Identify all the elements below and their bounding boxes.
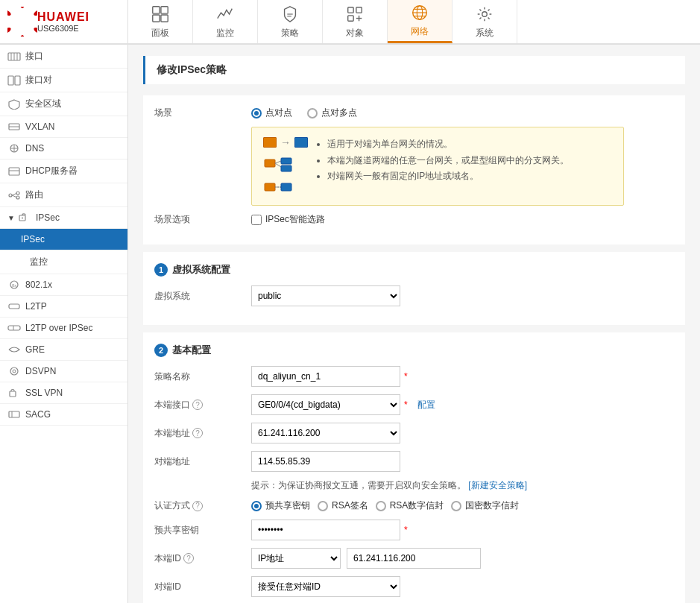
ipsec-smart-routing-input[interactable]: [251, 215, 262, 225]
svg-point-22: [482, 11, 488, 16]
svg-rect-50: [10, 391, 16, 397]
nav-policy[interactable]: 策略: [258, 0, 323, 43]
sacg-label: SACG: [25, 409, 51, 420]
auth-method-control: 预共享密钥 RSA签名 RSA数字信封 国密数字信封: [251, 499, 549, 512]
local-id-type-select[interactable]: IP地址: [251, 548, 341, 569]
model-name: USG6309E: [37, 24, 89, 33]
sidebar-item-ipsec[interactable]: IPSec: [0, 229, 127, 250]
interface-pair-label: 接口对: [25, 74, 52, 86]
scene-card: →: [251, 127, 624, 206]
sidebar-item-vxlan[interactable]: VXLAN: [0, 116, 127, 138]
auth-radio-psk: [251, 501, 262, 511]
sidebar-item-dns[interactable]: DNS: [0, 138, 127, 160]
auth-option-rsa[interactable]: RSA签名: [318, 499, 368, 512]
nav-policy-label: 策略: [281, 27, 299, 40]
local-interface-label: 本端接口 ?: [154, 399, 251, 411]
sidebar-item-dhcp[interactable]: DHCP服务器: [0, 160, 127, 183]
vs-control[interactable]: public: [251, 285, 549, 306]
sidebar-item-sacg[interactable]: SACG: [0, 404, 127, 426]
nav-object[interactable]: 对象: [323, 0, 388, 43]
auth-help-icon[interactable]: ?: [192, 501, 203, 511]
monitor-child-label: 监控: [30, 256, 48, 268]
local-addr-select[interactable]: 61.241.116.200: [251, 423, 400, 443]
sidebar-item-ssl-vpn[interactable]: SSL VPN: [0, 382, 127, 404]
psk-label: 预共享密钥: [154, 524, 251, 537]
policy-icon: [280, 4, 300, 24]
l2tp-ipsec-label: L2TP over IPSec: [25, 323, 93, 333]
content-area: 修改IPSec策略 场景 点对点 点对多点: [128, 45, 700, 603]
svg-point-0: [20, 7, 25, 8]
ipsec-smart-routing-checkbox[interactable]: IPSec智能选路: [251, 213, 549, 226]
nav-network[interactable]: 网络: [388, 0, 453, 43]
dot1x-icon: 8x: [7, 280, 21, 290]
dot1x-label: 802.1x: [25, 280, 52, 290]
scene-option2-label: 点对多点: [321, 107, 357, 119]
hint-link[interactable]: [新建安全策略]: [468, 480, 527, 490]
sidebar-item-8021x[interactable]: 8x 802.1x: [0, 274, 127, 296]
sidebar-item-l2tp-ipsec[interactable]: L2TP over IPSec: [0, 318, 127, 339]
nav-monitor[interactable]: 监控: [193, 0, 258, 43]
interface-pair-icon: [7, 75, 21, 86]
policy-name-input[interactable]: [251, 366, 400, 387]
logo-area: HUAWEI USG6309E: [0, 0, 128, 43]
sidebar-item-routing[interactable]: 路由: [0, 183, 127, 207]
sidebar-item-security-zone[interactable]: 安全区域: [0, 92, 127, 116]
virtual-system-section: 1 虚拟系统配置 虚拟系统 public: [143, 252, 685, 325]
local-addr-help-icon[interactable]: ?: [192, 428, 203, 438]
nav-panel[interactable]: 面板: [128, 0, 193, 43]
logo-text: HUAWEI USG6309E: [37, 10, 89, 33]
ssl-icon: [7, 388, 21, 398]
svg-line-40: [12, 195, 16, 198]
remote-id-label: 对端ID: [154, 581, 251, 593]
local-id-help-icon[interactable]: ?: [183, 553, 194, 563]
sidebar-item-l2tp[interactable]: L2TP: [0, 296, 127, 318]
local-interface-select[interactable]: GE0/0/4(cd_bigdata): [251, 394, 400, 415]
scene-option1[interactable]: 点对点: [251, 107, 292, 119]
sidebar-item-interface-pair[interactable]: 接口对: [0, 69, 127, 92]
virtual-system-header: 1 虚拟系统配置: [154, 263, 674, 277]
remote-id-control: 接受任意对端ID: [251, 576, 549, 597]
ipsec-expand-arrow: ▼: [7, 214, 15, 222]
nav-system-label: 系统: [476, 27, 494, 40]
auth-option-national[interactable]: 国密数字信封: [451, 499, 519, 512]
box2-icon: [294, 137, 308, 148]
scene-radio2: [307, 108, 318, 119]
scene-option2[interactable]: 点对多点: [307, 107, 357, 119]
nav-system[interactable]: 系统: [453, 0, 517, 43]
svg-point-42: [22, 218, 23, 219]
sidebar-item-monitor-child[interactable]: 监控: [0, 250, 127, 274]
ipsec-smart-routing-label: IPSec智能选路: [265, 213, 325, 226]
object-icon: [345, 4, 365, 24]
auth-rsa-label: RSA签名: [332, 499, 368, 512]
dhcp-icon: [7, 166, 21, 177]
dsvpn-icon: [7, 366, 21, 376]
svg-line-55: [275, 163, 281, 167]
svg-point-37: [16, 192, 19, 195]
remote-addr-input[interactable]: [251, 451, 400, 472]
dns-label: DNS: [25, 143, 44, 154]
scene-icon-row2: [263, 154, 308, 177]
policy-name-control: *: [251, 366, 408, 387]
local-id-value-input[interactable]: [347, 548, 481, 569]
section-num-1: 1: [154, 263, 168, 277]
remote-id-select[interactable]: 接受任意对端ID: [251, 576, 400, 597]
scene-card-inner: →: [263, 136, 612, 196]
dsvpn-label: DSVPN: [25, 366, 56, 376]
auth-radio-rsa: [318, 501, 328, 511]
vs-select[interactable]: public: [251, 285, 400, 306]
auth-option-psk[interactable]: 预共享密钥: [251, 499, 310, 512]
local-addr-control: 61.241.116.200: [251, 423, 549, 443]
svg-point-4: [7, 26, 12, 34]
sidebar-item-interface[interactable]: 接口: [0, 45, 127, 69]
sidebar-item-gre[interactable]: GRE: [0, 339, 127, 361]
auth-rsa-env-label: RSA数字信封: [390, 499, 444, 512]
auth-option-rsa-env[interactable]: RSA数字信封: [376, 499, 444, 512]
sidebar-item-ipsec-parent[interactable]: ▼ IPSec: [0, 207, 127, 229]
psk-input[interactable]: [251, 520, 400, 540]
config-link[interactable]: 配置: [417, 399, 435, 411]
local-interface-help-icon[interactable]: ?: [192, 400, 203, 410]
local-id-label: 本端ID ?: [154, 552, 251, 565]
ipsec-parent-label: IPSec: [36, 212, 60, 223]
svg-line-54: [275, 161, 281, 163]
sidebar-item-dsvpn[interactable]: DSVPN: [0, 361, 127, 382]
